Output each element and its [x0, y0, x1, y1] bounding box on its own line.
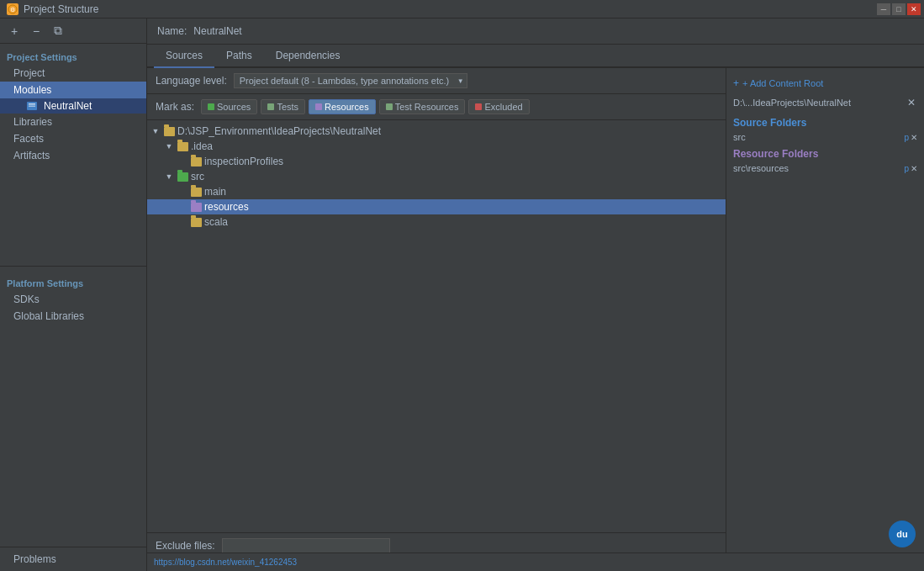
idea-folder-icon: [177, 140, 188, 152]
src-label: src: [191, 171, 204, 182]
remove-button[interactable]: −: [27, 22, 45, 40]
module-icon: [26, 100, 38, 112]
content-root-path: D:\...IdeaProjects\NeutralNet: [733, 98, 906, 108]
language-level-label: Language level:: [156, 75, 227, 87]
exclude-input[interactable]: [222, 538, 390, 553]
add-button[interactable]: +: [5, 22, 24, 40]
toggle-root[interactable]: ▼: [150, 126, 161, 136]
file-tree: ▼ D:\JSP_Environment\IdeaProjects\Neutra…: [147, 120, 726, 532]
info-panel: + + Add Content Root D:\...IdeaProjects\…: [726, 68, 924, 571]
resource-folder-remove-button[interactable]: ✕: [911, 164, 917, 173]
test-resources-dot: [386, 103, 393, 110]
toggle-src[interactable]: ▼: [164, 172, 174, 182]
problems-divider: [0, 547, 146, 547]
mark-tests-button[interactable]: Tests: [261, 99, 305, 114]
mark-sources-button[interactable]: Sources: [201, 99, 257, 114]
tree-node-root[interactable]: ▼ D:\JSP_Environment\IdeaProjects\Neutra…: [147, 124, 726, 139]
resource-folders-title: Resource Folders: [733, 148, 917, 160]
add-content-root-button[interactable]: + + Add Content Root: [733, 75, 917, 92]
tree-node-scala[interactable]: ▶ scala: [147, 214, 726, 230]
tree-node-idea[interactable]: ▼ .idea: [147, 139, 726, 154]
source-folder-remove-button[interactable]: ✕: [911, 133, 917, 142]
status-bar: https://blog.csdn.net/weixin_41262453: [147, 552, 924, 571]
right-panel: Name: NeutralNet Sources Paths Dependenc…: [147, 19, 924, 571]
tree-node-resources[interactable]: ▶ resources: [147, 199, 726, 214]
resources-dot: [315, 103, 322, 110]
sidebar-item-libraries[interactable]: Libraries: [0, 114, 146, 130]
idea-label: .idea: [191, 140, 213, 152]
sidebar-item-project[interactable]: Project: [0, 65, 146, 82]
tab-dependencies[interactable]: Dependencies: [264, 45, 352, 68]
resource-folder-path: src\resources: [733, 163, 904, 173]
svg-rect-3: [29, 103, 35, 105]
tabs-bar: Sources Paths Dependencies: [147, 45, 924, 68]
resources-folder-icon: [190, 201, 202, 213]
exclude-label: Exclude files:: [156, 540, 215, 552]
minimize-button[interactable]: ─: [877, 3, 890, 15]
du-logo[interactable]: du: [889, 521, 916, 547]
status-url: https://blog.csdn.net/weixin_41262453: [154, 558, 297, 567]
tree-node-inspection[interactable]: ▶ inspectionProfiles: [147, 154, 726, 169]
src-folder-icon: [177, 171, 188, 182]
content-root-close-button[interactable]: ✕: [906, 97, 917, 108]
project-settings-label: Project Settings: [0, 47, 146, 65]
tree-panel: Language level: Project default (8 - Lam…: [147, 68, 726, 571]
sidebar-item-modules[interactable]: Modules: [0, 82, 146, 98]
add-icon: +: [733, 77, 739, 89]
mark-resources-button[interactable]: Resources: [309, 99, 376, 114]
sidebar-item-problems[interactable]: Problems: [0, 551, 146, 568]
content-area: Language level: Project default (8 - Lam…: [147, 68, 924, 571]
scala-label: scala: [204, 216, 228, 228]
mark-excluded-button[interactable]: Excluded: [468, 99, 529, 114]
resource-folder-p-button[interactable]: p: [904, 164, 909, 173]
sidebar-tree-neutralnet[interactable]: NeutralNet: [0, 98, 146, 114]
copy-button[interactable]: ⧉: [49, 22, 67, 40]
mark-as-row: Mark as: Sources Tests Resources: [147, 94, 726, 120]
tree-node-src[interactable]: ▼ src: [147, 169, 726, 184]
sidebar-item-artifacts[interactable]: Artifacts: [0, 147, 146, 164]
window-controls: ─ □ ✕: [877, 3, 921, 15]
inspection-label: inspectionProfiles: [204, 156, 283, 167]
svg-rect-4: [29, 106, 35, 108]
main-folder-icon: [190, 186, 202, 198]
platform-settings-label: Platform Settings: [0, 273, 146, 291]
mark-as-label: Mark as:: [156, 101, 194, 113]
source-folder-entry: src p ✕: [733, 131, 917, 143]
main-label: main: [204, 186, 226, 198]
sidebar-item-global-libraries[interactable]: Global Libraries: [0, 308, 146, 325]
window-title: Project Structure: [24, 3, 98, 15]
sources-dot: [208, 103, 214, 110]
tab-sources[interactable]: Sources: [154, 45, 214, 68]
sidebar-item-facets[interactable]: Facets: [0, 130, 146, 147]
sidebar-item-sdks[interactable]: SDKs: [0, 291, 146, 308]
sidebar-toolbar: + − ⧉: [0, 19, 146, 44]
root-label: D:\JSP_Environment\IdeaProjects\NeutralN…: [177, 125, 381, 137]
content-root-header: D:\...IdeaProjects\NeutralNet ✕: [733, 97, 917, 108]
inspection-folder-icon: [190, 156, 202, 167]
module-tree: Project Settings Project Modules Neutral…: [0, 44, 146, 262]
resources-label: resources: [204, 201, 249, 213]
tests-dot: [267, 103, 274, 110]
app-icon: ⚙: [7, 3, 18, 15]
name-value: NeutralNet: [193, 25, 914, 37]
problems-section: Problems: [0, 540, 146, 571]
scala-folder-icon: [190, 216, 202, 228]
language-level-row: Language level: Project default (8 - Lam…: [147, 68, 726, 94]
excluded-dot: [475, 103, 482, 110]
toggle-idea[interactable]: ▼: [164, 141, 174, 151]
source-folder-p-button[interactable]: p: [904, 133, 909, 142]
sidebar: + − ⧉ Project Settings Project Modules N…: [0, 19, 147, 571]
sidebar-divider: [0, 266, 146, 267]
root-folder-icon: [163, 125, 175, 137]
platform-settings-section: Platform Settings SDKs Global Libraries: [0, 270, 146, 328]
language-level-wrapper: Project default (8 - Lambdas, type annot…: [234, 73, 467, 88]
tree-node-main[interactable]: ▶ main: [147, 184, 726, 199]
language-level-select[interactable]: Project default (8 - Lambdas, type annot…: [234, 73, 467, 88]
title-bar: ⚙ Project Structure ─ □ ✕: [0, 0, 924, 19]
source-folders-title: Source Folders: [733, 117, 917, 129]
tab-paths[interactable]: Paths: [214, 45, 264, 68]
maximize-button[interactable]: □: [892, 3, 906, 15]
close-button[interactable]: ✕: [907, 3, 921, 15]
mark-test-resources-button[interactable]: Test Resources: [379, 99, 466, 114]
resource-folder-entry: src\resources p ✕: [733, 162, 917, 174]
